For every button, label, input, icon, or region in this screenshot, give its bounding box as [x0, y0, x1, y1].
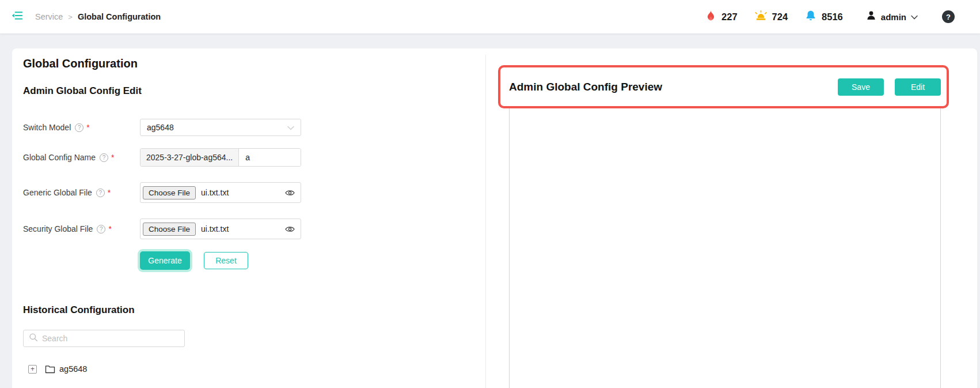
notification-counter[interactable]: 8516 [805, 10, 843, 24]
config-name-help-icon[interactable]: ? [100, 153, 108, 162]
config-name-row: Global Config Name ? * 2025-3-27-glob-ag… [23, 148, 301, 167]
user-name: admin [881, 12, 906, 22]
preview-title: Admin Global Config Preview [509, 81, 662, 93]
user-menu[interactable]: admin [866, 10, 918, 23]
bell-icon [805, 10, 816, 24]
switch-model-row: Switch Model ? * ag5648 [23, 119, 301, 136]
generic-file-field: Choose File ui.txt.txt [140, 182, 301, 203]
form-actions: Generate Reset [140, 251, 248, 270]
preview-actions: Save Edit [838, 78, 941, 96]
breadcrumb: Service > Global Configuration [35, 12, 161, 21]
warning-alarm-counter[interactable]: 724 [755, 10, 788, 24]
config-name-prefix: 2025-3-27-glob-ag564... [140, 149, 239, 166]
page-title: Global Configuration [23, 57, 138, 70]
user-icon [866, 10, 876, 23]
required-asterisk: * [108, 224, 111, 233]
breadcrumb-separator: > [68, 13, 73, 21]
generic-file-help-icon[interactable]: ? [96, 189, 105, 197]
config-name-label: Global Config Name ? * [23, 153, 140, 162]
critical-alarm-counter[interactable]: 227 [705, 10, 738, 24]
header-right: 227 724 [688, 10, 955, 24]
select-chevron-icon [287, 123, 294, 132]
switch-model-value: ag5648 [147, 123, 287, 132]
menu-fold-icon [12, 11, 22, 22]
edit-button[interactable]: Edit [895, 78, 941, 96]
required-asterisk: * [86, 123, 89, 132]
sidebar-collapse-button[interactable] [12, 11, 22, 22]
history-tree-item: + ag5648 [28, 363, 87, 375]
main-content-card: Global Configuration Admin Global Config… [12, 48, 977, 388]
historical-configuration-title: Historical Configuration [23, 304, 135, 316]
warning-alarm-count: 724 [772, 12, 788, 22]
required-asterisk: * [108, 188, 111, 197]
question-mark-icon: ? [946, 13, 951, 21]
chevron-down-icon [911, 12, 918, 22]
breadcrumb-service[interactable]: Service [35, 12, 63, 21]
security-file-field: Choose File ui.txt.txt [140, 219, 301, 239]
security-file-label-text: Security Global File [23, 224, 93, 233]
security-file-label: Security Global File ? * [23, 224, 140, 233]
help-button[interactable]: ? [942, 10, 955, 23]
config-preview-pane[interactable] [509, 104, 941, 388]
notification-count: 8516 [822, 12, 843, 22]
config-edit-section: Global Configuration Admin Global Config… [12, 48, 485, 388]
reset-button[interactable]: Reset [204, 252, 248, 269]
generic-file-row: Generic Global File ? * Choose File ui.t… [23, 182, 301, 203]
edit-section-title: Admin Global Config Edit [23, 85, 142, 97]
config-name-input[interactable] [239, 149, 301, 166]
generic-file-choose-button[interactable]: Choose File [143, 186, 196, 199]
switch-model-label-text: Switch Model [23, 123, 71, 132]
generic-file-label: Generic Global File ? * [23, 188, 140, 197]
config-name-field: 2025-3-27-glob-ag564... [140, 148, 301, 167]
preview-header-highlight: Admin Global Config Preview Save Edit [498, 65, 949, 108]
config-preview-section: Admin Global Config Preview Save Edit [485, 55, 977, 388]
critical-alarm-count: 227 [721, 12, 738, 22]
folder-icon [45, 365, 55, 374]
required-asterisk: * [111, 153, 114, 162]
generate-button[interactable]: Generate [140, 251, 190, 270]
security-file-preview-eye-icon[interactable] [285, 225, 295, 233]
switch-model-select[interactable]: ag5648 [140, 119, 301, 136]
top-header: Service > Global Configuration 227 [0, 0, 980, 33]
tree-expand-button[interactable]: + [28, 365, 37, 374]
tree-item-label[interactable]: ag5648 [59, 364, 87, 374]
page: Service > Global Configuration 227 [0, 0, 980, 388]
generic-file-label-text: Generic Global File [23, 188, 92, 197]
switch-model-help-icon[interactable]: ? [75, 123, 83, 132]
security-file-name: ui.txt.txt [201, 224, 285, 233]
generic-file-name: ui.txt.txt [201, 188, 285, 197]
history-search-box [23, 330, 185, 347]
search-icon [29, 333, 38, 344]
history-search-input[interactable] [42, 334, 179, 343]
breadcrumb-current-page: Global Configuration [78, 12, 161, 21]
save-button[interactable]: Save [838, 78, 884, 96]
generic-file-preview-eye-icon[interactable] [285, 189, 295, 197]
header-left: Service > Global Configuration [12, 11, 161, 22]
alarm-light-icon [755, 10, 767, 24]
switch-model-label: Switch Model ? * [23, 123, 140, 132]
flame-icon [705, 10, 716, 24]
security-file-choose-button[interactable]: Choose File [143, 223, 196, 236]
security-file-row: Security Global File ? * Choose File ui.… [23, 219, 301, 239]
security-file-help-icon[interactable]: ? [97, 225, 105, 233]
config-name-label-text: Global Config Name [23, 153, 96, 162]
